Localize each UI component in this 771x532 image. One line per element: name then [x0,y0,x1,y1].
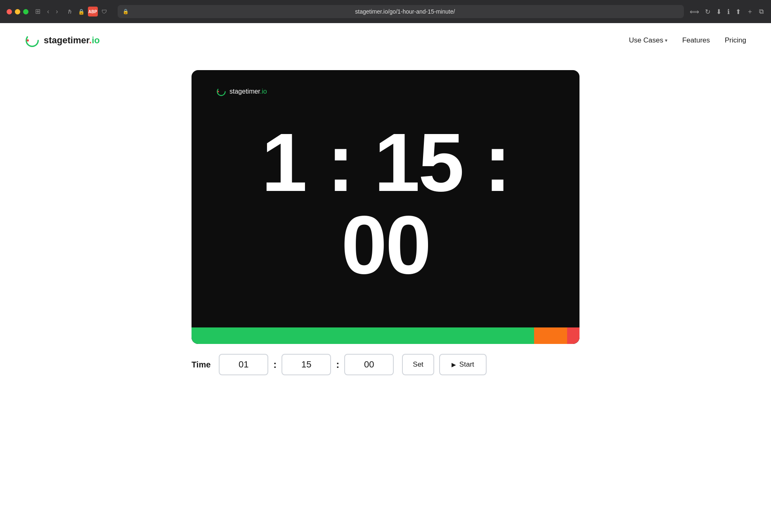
logo-icon [25,33,40,48]
lock-icon: 🔒 [123,9,129,14]
address-bar[interactable]: 🔒 stagetimer.io/go/1-hour-and-15-minute/ [118,5,684,18]
info-button[interactable]: ℹ [726,7,731,16]
navigation: stagetimer.io Use Cases Features Pricing [0,23,771,58]
lock-extension-icon[interactable]: 🔒 [76,7,86,16]
page: stagetimer.io Use Cases Features Pricing [0,23,771,532]
play-icon: ▶ [452,361,456,368]
browser-chrome: ⊞ ‹ › ℏ 🔒 ABP 🛡 🔒 stagetimer.io/go/1-hou… [0,0,771,23]
start-label: Start [459,360,474,369]
svg-point-1 [27,39,29,41]
tabs-button[interactable]: ⧉ [758,7,764,16]
nav-pricing[interactable]: Pricing [725,36,746,45]
extension-icons: ℏ 🔒 ABP 🛡 [65,7,109,16]
reload-button[interactable]: ↻ [704,7,711,16]
browser-actions: ⟺ ↻ ⬇ ℹ ⬆ ＋ ⧉ [689,7,764,17]
timer-time-display: 1 : 15 : 00 [216,97,555,303]
back-button[interactable]: ‹ [45,7,51,16]
progress-red [567,327,579,344]
nav-use-cases[interactable]: Use Cases [629,36,667,45]
timer-container: stagetimer.io 1 : 15 : 00 Time : [192,70,579,375]
timer-brand-text: stagetimer.io [229,88,267,95]
svg-point-3 [218,91,219,92]
shield-extension-icon[interactable]: 🛡 [99,7,109,16]
logo[interactable]: stagetimer.io [25,33,100,48]
hours-input[interactable] [219,354,268,375]
share-button[interactable]: ⬆ [735,7,742,16]
separator-1: : [273,359,277,370]
nav-links: Use Cases Features Pricing [629,36,746,45]
main-content: stagetimer.io 1 : 15 : 00 Time : [0,58,771,375]
nav-features[interactable]: Features [682,36,710,45]
progress-green [192,327,534,344]
progress-orange [534,327,567,344]
start-button[interactable]: ▶ Start [439,354,487,375]
logo-io: io [92,35,100,45]
sidebar-toggle-button[interactable]: ⊞ [33,7,42,16]
close-button[interactable] [7,9,12,14]
forward-button[interactable]: › [54,7,59,16]
browser-controls: ⊞ ‹ › [33,7,60,16]
time-label: Time [192,360,210,370]
separator-2: : [336,359,339,370]
progress-bar [192,327,579,344]
minimize-button[interactable] [15,9,20,14]
timer-brand-icon [216,87,226,97]
new-tab-button[interactable]: ＋ [746,7,754,17]
timer-display: stagetimer.io 1 : 15 : 00 [192,70,579,344]
set-button[interactable]: Set [402,354,434,375]
honey-extension-icon[interactable]: ℏ [65,7,75,16]
timer-inner: stagetimer.io 1 : 15 : 00 [192,70,579,327]
timer-brand: stagetimer.io [216,87,555,97]
url-text: stagetimer.io/go/1-hour-and-15-minute/ [131,8,679,15]
traffic-lights [7,9,28,14]
adblock-extension-icon[interactable]: ABP [88,7,98,16]
maximize-button[interactable] [23,9,28,14]
logo-text: stagetimer.io [44,35,100,46]
seconds-input[interactable] [344,354,394,375]
timer-controls: Time : : Set ▶ Start [192,344,579,375]
download-button[interactable]: ⬇ [715,7,722,16]
translate-button[interactable]: ⟺ [689,7,700,16]
minutes-input[interactable] [281,354,331,375]
